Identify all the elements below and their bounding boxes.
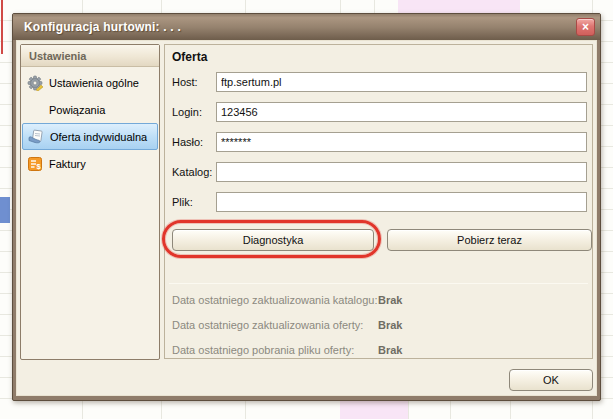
offer-hand-icon [28, 129, 44, 145]
desktop-background: Konfiguracja hurtowni: . . . × Ustawieni… [0, 0, 613, 419]
file-label: Plik: [172, 196, 193, 208]
gear-icon [27, 75, 43, 91]
icon-placeholder [27, 102, 43, 118]
panel-heading: Oferta [172, 50, 207, 64]
sidebar-item-faktury[interactable]: $ Faktury [22, 150, 158, 177]
download-now-button[interactable]: Pobierz teraz [387, 229, 592, 251]
password-input[interactable] [216, 132, 587, 152]
offer-panel: Oferta Host: Login: Hasło: Katalog: [164, 44, 593, 359]
status-value: Brak [378, 344, 402, 356]
dialog-title: Konfiguracja hurtowni: . . . [24, 20, 181, 34]
status-value: Brak [378, 319, 402, 331]
settings-sidebar: Ustawienia [20, 44, 160, 360]
sidebar-item-oferta-indywidualna[interactable]: Oferta indywidualna [22, 123, 158, 150]
sidebar-item-label: Powiązania [49, 104, 105, 116]
ok-button[interactable]: OK [509, 369, 593, 391]
sidebar-item-powiazania[interactable]: Powiązania [22, 96, 158, 123]
status-label: Data ostatniego zaktualizowania katalogu… [172, 294, 377, 306]
invoice-icon: $ [27, 156, 43, 172]
sidebar-item-ustawienia-ogolne[interactable]: Ustawienia ogólne [22, 69, 158, 96]
catalog-label: Katalog: [172, 166, 212, 178]
separator-line [169, 283, 588, 284]
file-input[interactable] [216, 192, 587, 212]
close-button[interactable]: × [576, 18, 595, 36]
dialog-client-area: Ustawienia [16, 40, 597, 396]
sidebar-item-label: Ustawienia ogólne [49, 77, 139, 89]
sidebar-item-label: Oferta indywidualna [50, 131, 147, 143]
dialog-titlebar[interactable]: Konfiguracja hurtowni: . . . [13, 14, 600, 40]
login-label: Login: [172, 106, 202, 118]
sidebar-header: Ustawienia [21, 45, 159, 67]
highlighted-cells-top [398, 0, 520, 14]
config-dialog: Konfiguracja hurtowni: . . . × Ustawieni… [12, 13, 601, 401]
catalog-input[interactable] [216, 162, 587, 182]
password-label: Hasło: [172, 136, 203, 148]
close-icon: × [582, 20, 589, 34]
status-label: Data ostatniego zaktualizowania oferty: [172, 319, 363, 331]
login-input[interactable] [216, 102, 587, 122]
status-value: Brak [378, 294, 402, 306]
status-label: Data ostatniego pobrania pliku oferty: [172, 344, 354, 356]
diagnostics-button[interactable]: Diagnostyka [172, 229, 374, 251]
host-input[interactable] [216, 72, 587, 92]
host-label: Host: [172, 76, 198, 88]
selected-cell-marker [0, 197, 10, 223]
cell-border-marker [1, 0, 3, 54]
sidebar-item-label: Faktury [49, 158, 86, 170]
